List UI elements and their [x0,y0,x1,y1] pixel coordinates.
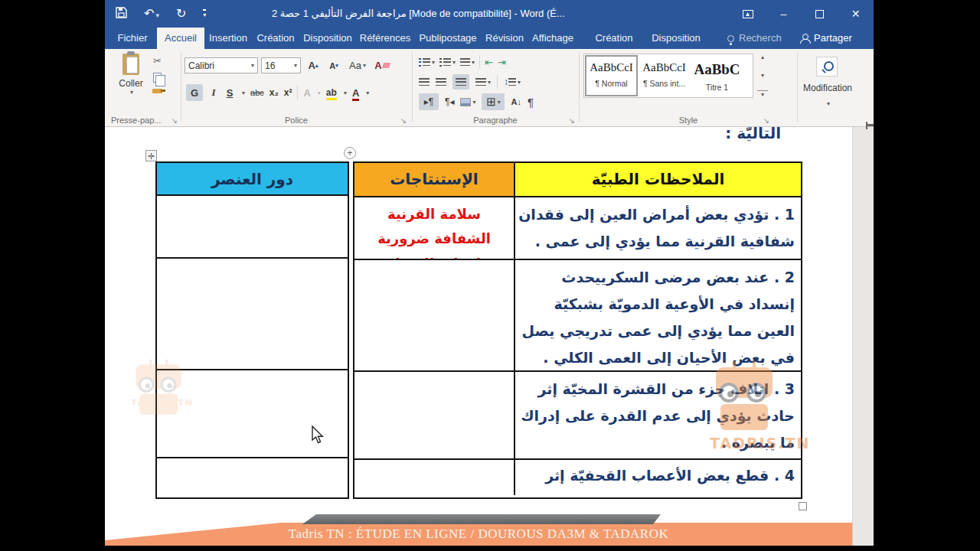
role-header-cell[interactable]: دور العنصر [157,163,348,196]
observations-header-cell[interactable]: الملاحظات الطبيّة [515,163,801,196]
ltr-direction-icon[interactable]: ▸¶ [419,93,439,110]
editing-label: Modification [798,83,858,93]
undo-dropdown-icon[interactable]: ▾ [155,11,159,19]
clipboard-dialog-launcher-icon[interactable]: ↘ [172,116,178,125]
bullets-icon[interactable]: ▾ [419,58,435,67]
change-case-button[interactable]: Aa▾ [345,60,370,71]
underline-dropdown-icon[interactable]: ▾ [242,90,245,96]
tab-insertion[interactable]: Insertion [204,28,252,49]
multilevel-list-icon[interactable]: ▾ [460,58,475,67]
observations-table[interactable]: الإستنتاجات الملاحظات الطبيّة سلامة القر… [353,161,802,499]
highlight-button[interactable]: ab [326,87,337,98]
font-family-select[interactable]: Calibri▾ [185,57,258,73]
table-resize-handle[interactable] [799,502,807,510]
close-button[interactable]: ✕ [838,0,874,28]
align-left-icon[interactable] [419,78,430,86]
tab-references[interactable]: Références [356,28,414,49]
align-center-icon[interactable] [436,78,446,86]
tab-creation[interactable]: Création [252,28,299,49]
redo-button[interactable]: ↻ [176,8,186,20]
editing-button[interactable] [816,57,838,77]
table-row[interactable]: 3 . اتلاف جزء من القشرة المخيّة إثر حادث… [354,372,801,460]
grow-font-button[interactable]: A▴ [304,60,322,71]
role-cell-2[interactable] [157,259,348,370]
borders-icon[interactable]: ⊞▾ [482,93,505,110]
underline-button[interactable]: S [224,87,235,99]
styles-more-icon[interactable]: ▾ [757,90,768,98]
format-painter-icon[interactable] [152,89,162,93]
highlight-dropdown-icon[interactable]: ▾ [344,90,347,96]
clear-formatting-button[interactable]: A [373,60,391,71]
save-icon[interactable] [116,7,127,21]
show-marks-icon[interactable]: ¶ [528,96,534,109]
font-size-select[interactable]: 16▾ [261,57,301,73]
rtl-direction-icon[interactable]: ¶◂ [445,96,454,107]
increase-indent-icon[interactable]: ⇥ [498,57,506,68]
conclusions-header-cell[interactable]: الإستنتاجات [354,163,515,196]
minimize-button[interactable]: – [766,0,802,28]
vertical-scrollbar[interactable] [852,127,874,546]
editing-dropdown-icon[interactable]: ▾ [827,100,830,107]
maximize-button[interactable] [802,0,838,28]
observation-cell-1[interactable]: 1 . تؤدي بعض أمراض العين إلى فقدان شفافي… [515,197,801,255]
style-titre-1[interactable]: AaBbC Titre 1 [691,57,743,95]
tab-accueil[interactable]: Accueil [157,28,204,49]
line-spacing-icon[interactable]: ↕▾ [504,77,521,87]
shrink-font-button[interactable]: A▾ [325,61,342,70]
copy-icon[interactable] [153,73,162,83]
conclusion-cell-4[interactable] [354,460,515,495]
overlay-gray-bar [302,514,661,524]
role-cell-1[interactable] [157,196,348,259]
ribbon-display-options-button[interactable]: ▲ [730,0,766,28]
styles-dialog-launcher-icon[interactable]: ↘ [763,116,769,125]
strikethrough-button[interactable]: abc [250,88,264,97]
justify-icon[interactable]: ▾ [475,78,491,86]
conclusion-cell-2[interactable] [354,260,515,371]
table-move-handle-icon[interactable]: + [344,147,356,159]
observation-cell-4[interactable]: 4 . قطع بعض الأعصاب القحفيّة إثر [515,460,801,489]
tab-revision[interactable]: Révision [482,28,528,49]
document-page[interactable]: التاليّة : TADRIS.TN TADRIS.TN ✛ + دور ا… [105,127,852,523]
sort-icon[interactable]: A↓ [511,97,521,106]
decrease-indent-icon[interactable]: ⇤ [485,57,493,68]
styles-scroll-up-icon[interactable]: ▴ [757,54,768,60]
tab-table-creation[interactable]: Création [587,28,641,49]
paragraph-dialog-launcher-icon[interactable]: ↘ [569,116,575,125]
font-color-button[interactable]: A [352,87,359,99]
table-row[interactable]: 2 . عند بعض مرضى السكرييحدث إنسداد في ال… [354,260,801,372]
font-color-dropdown-icon[interactable]: ▾ [366,90,369,96]
shading-icon[interactable]: ▾ [460,98,475,106]
undo-button[interactable]: ↶▾ [144,8,159,20]
style-normal[interactable]: AaBbCcI ¶ Normal [585,55,638,96]
qat-customize-icon[interactable]: ▾ [203,9,206,18]
conclusion-cell-1[interactable]: سلامة القرنية الشفافة ضرورية لعملية الإب… [354,197,514,259]
ribbon-display-options-icon: ▲ [743,10,753,18]
cut-icon[interactable]: ✂ [153,55,162,67]
observation-cell-3[interactable]: 3 . اتلاف جزء من القشرة المخيّة إثر حادث… [515,372,801,456]
tell-me-search[interactable]: Recherch [727,28,782,49]
italic-button[interactable]: I [208,86,219,99]
align-right-icon[interactable] [452,74,469,90]
observation-cell-2[interactable]: 2 . عند بعض مرضى السكرييحدث إنسداد في ال… [515,260,801,371]
paste-button[interactable]: Coller ▾ [114,54,148,96]
subscript-button[interactable]: x₂ [270,87,279,98]
table-move-handle-icon[interactable]: ✛ [145,150,157,161]
tab-table-disposition[interactable]: Disposition [644,28,708,49]
tab-fichier[interactable]: Fichier [111,28,154,49]
text-effects-button[interactable]: A [303,87,310,99]
font-dialog-launcher-icon[interactable]: ↘ [400,116,407,125]
superscript-button[interactable]: x² [284,87,292,98]
table-row[interactable]: 4 . قطع بعض الأعصاب القحفيّة إثر [354,460,801,495]
tab-disposition[interactable]: Disposition [299,28,356,49]
tab-publipostage[interactable]: Publipostage [414,28,482,49]
role-cell-4[interactable] [157,458,348,494]
table-row[interactable]: سلامة القرنية الشفافة ضرورية لعملية الإب… [354,197,801,260]
tab-affichage[interactable]: Affichage [528,28,578,49]
numbering-icon[interactable]: ▾ [439,58,456,67]
conclusion-cell-3[interactable] [354,372,515,458]
style-sans-interligne[interactable]: AaBbCcI ¶ Sans int... [638,57,691,95]
share-button[interactable]: Partager [800,28,852,49]
paste-dropdown-icon[interactable]: ▾ [116,89,148,96]
styles-scroll-down-icon[interactable]: ▾ [757,72,768,79]
bold-button[interactable]: G [186,84,203,101]
